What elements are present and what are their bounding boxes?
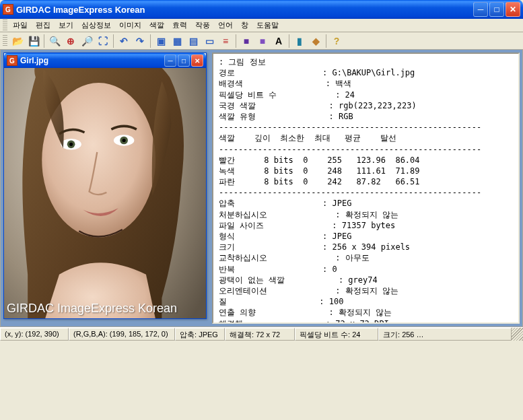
color-a-icon[interactable]: ■ bbox=[239, 34, 254, 48]
toolbar: 📂💾🔍⊕🔎⛶↶↷▣▦▤▭≡■■A▮◆? bbox=[0, 32, 523, 50]
menubar-handle[interactable] bbox=[3, 20, 7, 32]
undo-icon[interactable]: ↶ bbox=[116, 34, 131, 48]
dash-icon[interactable]: ▤ bbox=[186, 34, 201, 48]
maximize-button[interactable]: □ bbox=[489, 2, 504, 17]
toolbar-separator bbox=[44, 34, 44, 48]
panel-icon[interactable]: ▭ bbox=[202, 34, 217, 48]
book-a-icon[interactable]: ▮ bbox=[292, 34, 307, 48]
toolbar-separator bbox=[236, 34, 236, 48]
menubar: 파일 편집 보기 심상정보 이미지 색깔 효력 작풍 언어 창 도움말 bbox=[0, 19, 523, 32]
status-bpp: 픽셀당 비트 수: 24 bbox=[295, 328, 378, 341]
svg-point-7 bbox=[123, 139, 126, 142]
child-window: G Girl.jpg ─ □ ✕ bbox=[3, 53, 207, 319]
open-icon[interactable]: 📂 bbox=[10, 34, 25, 48]
redo-icon[interactable]: ↷ bbox=[133, 34, 147, 48]
minimize-button[interactable]: ─ bbox=[473, 2, 488, 17]
menu-edit[interactable]: 편집 bbox=[32, 19, 55, 32]
text-icon[interactable]: A bbox=[271, 34, 286, 48]
color-b-icon[interactable]: ■ bbox=[255, 34, 270, 48]
toolbar-separator bbox=[150, 34, 151, 48]
menu-color[interactable]: 색깔 bbox=[145, 19, 168, 32]
menu-window[interactable]: 창 bbox=[237, 19, 252, 32]
help-icon[interactable]: ? bbox=[329, 34, 344, 48]
toolbar-separator bbox=[113, 34, 114, 48]
zoom-actual-icon[interactable]: ⊕ bbox=[63, 34, 78, 48]
zoom-in-icon[interactable]: 🔍 bbox=[47, 34, 62, 48]
status-compression: 압축: JPEG bbox=[175, 328, 225, 341]
main-titlebar: G GIRDAC ImageExpress Korean ─ □ ✕ bbox=[0, 0, 523, 19]
menu-file[interactable]: 파일 bbox=[9, 19, 32, 32]
child-minimize-button[interactable]: ─ bbox=[164, 55, 176, 67]
menu-imageinfo[interactable]: 심상정보 bbox=[77, 19, 115, 32]
child-close-button[interactable]: ✕ bbox=[191, 55, 203, 67]
app-icon: G bbox=[3, 4, 13, 15]
statusbar: (x, y): (192, 390) (R,G,B,A): (199, 185,… bbox=[0, 327, 523, 341]
menu-effects[interactable]: 효력 bbox=[168, 19, 191, 32]
fit-icon[interactable]: ⛶ bbox=[96, 34, 110, 48]
zoom-out-icon[interactable]: 🔎 bbox=[79, 34, 94, 48]
status-xy: (x, y): (192, 390) bbox=[0, 328, 69, 341]
status-rgba: (R,G,B,A): (199, 185, 172, 0) bbox=[69, 328, 175, 341]
child-icon: G bbox=[7, 55, 18, 66]
svg-point-4 bbox=[69, 143, 73, 146]
menu-view[interactable]: 보기 bbox=[55, 19, 77, 32]
photo bbox=[4, 68, 206, 318]
book-b-icon[interactable]: ◆ bbox=[308, 34, 323, 48]
image-viewport[interactable]: GIRDAC ImageExpress Korean bbox=[4, 68, 206, 318]
close-button[interactable]: ✕ bbox=[505, 2, 520, 17]
menu-style[interactable]: 작풍 bbox=[191, 19, 214, 32]
menu-language[interactable]: 언어 bbox=[214, 19, 237, 32]
watermark-text: GIRDAC ImageExpress Korean bbox=[7, 302, 203, 316]
child-titlebar[interactable]: G Girl.jpg ─ □ ✕ bbox=[4, 53, 206, 68]
info-panel[interactable]: : 그림 정보 경로 : G:\BAKUP\Girl.jpg 배경색 : 백색 … bbox=[212, 53, 520, 324]
status-resolution: 해결책: 72 x 72 bbox=[225, 328, 295, 341]
child-maximize-button[interactable]: □ bbox=[178, 55, 190, 67]
resize-grip[interactable] bbox=[512, 328, 523, 341]
toolbar-handle[interactable] bbox=[3, 35, 7, 47]
workspace: G Girl.jpg ─ □ ✕ bbox=[0, 50, 523, 327]
status-size: 크기: 256 … bbox=[378, 328, 512, 341]
app-title: GIRDAC ImageExpress Korean bbox=[16, 5, 145, 15]
toolbar-separator bbox=[326, 34, 326, 48]
toolbar-separator bbox=[289, 34, 289, 48]
bars-icon[interactable]: ≡ bbox=[218, 34, 233, 48]
image-icon[interactable]: ▣ bbox=[153, 34, 168, 48]
child-title: Girl.jpg bbox=[20, 56, 48, 65]
save-icon[interactable]: 💾 bbox=[26, 34, 41, 48]
menu-image[interactable]: 이미지 bbox=[115, 19, 145, 32]
blocks-icon[interactable]: ▦ bbox=[170, 34, 184, 48]
menu-help[interactable]: 도움말 bbox=[252, 19, 283, 32]
